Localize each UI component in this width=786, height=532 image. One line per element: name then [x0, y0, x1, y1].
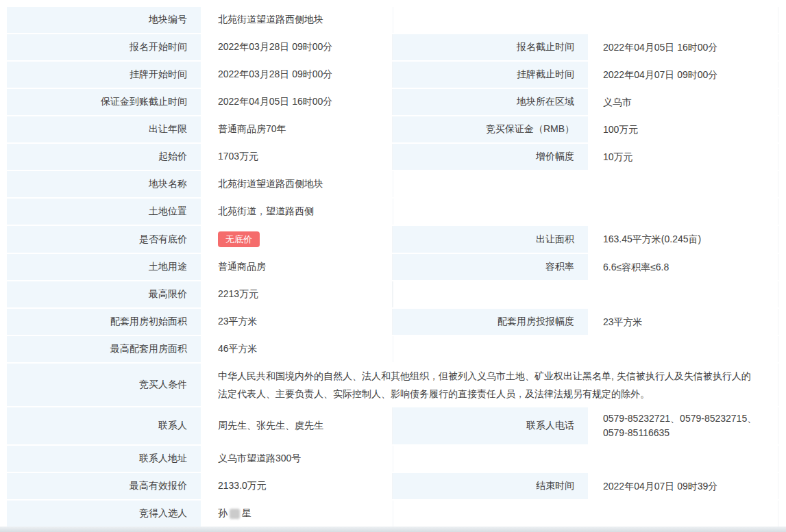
field-label: 竞得入选人: [7, 501, 201, 527]
field-value: 北苑街道望道路西侧地块: [201, 7, 778, 33]
field-label: 是否有底价: [7, 226, 201, 253]
field-label: 联系人地址: [7, 446, 201, 472]
field-label: 挂牌截止时间: [393, 62, 588, 88]
page-bottom-edge: [0, 527, 786, 532]
row-plot-number: 地块编号 北苑街道望道路西侧地块: [7, 7, 778, 33]
field-value: 23平方米: [201, 309, 393, 335]
field-label: 出让面积: [393, 226, 588, 253]
field-value: 100万元: [588, 116, 778, 142]
field-value: 2022年04月05日 16时00分: [201, 89, 393, 115]
field-value: 2022年04月05日 16时00分: [588, 34, 778, 60]
field-value: 2022年04月07日 09时00分: [588, 62, 778, 88]
field-value: 义乌市: [588, 89, 778, 115]
field-value: 10万元: [588, 144, 778, 170]
field-value: 46平方米: [201, 336, 778, 362]
field-value: 北苑街道望道路西侧地块: [201, 171, 778, 197]
field-value: 普通商品房70年: [201, 116, 393, 142]
field-value: 1703万元: [201, 144, 393, 170]
row-starting-price: 起始价 1703万元 增价幅度 10万元: [7, 144, 778, 170]
field-label: 竞买人条件: [7, 364, 201, 406]
winner-name-suffix: 星: [242, 507, 251, 520]
field-value: 北苑街道，望道路西侧: [201, 199, 778, 225]
empty-cell: [393, 281, 588, 307]
field-value: 义乌市望道路300号: [201, 446, 778, 472]
row-land-location: 土地位置 北苑街道，望道路西侧: [7, 199, 778, 225]
row-max-price-limit: 最高限价 2213万元: [7, 281, 778, 307]
field-value: 无底价: [201, 226, 393, 253]
no-reserve-price-badge: 无底价: [218, 231, 260, 247]
row-reserve-price: 是否有底价 无底价 出让面积 163.45平方米(0.245亩): [7, 226, 778, 253]
field-label: 保证金到账截止时间: [7, 89, 201, 115]
field-label: 土地用途: [7, 254, 201, 280]
row-signup-start: 报名开始时间 2022年03月28日 09时00分 报名截止时间 2022年04…: [7, 34, 778, 60]
field-value: 0579-85232721、0579-85232715、0579-8511663…: [588, 407, 778, 444]
field-label: 挂牌开始时间: [7, 62, 201, 88]
field-value: 2022年04月07日 09时39分: [588, 473, 778, 499]
field-value: 孙 星: [201, 501, 778, 527]
empty-cell: [588, 281, 778, 307]
field-value: 163.45平方米(0.245亩): [588, 226, 778, 253]
field-label: 出让年限: [7, 116, 201, 142]
field-value: 2213万元: [201, 281, 393, 307]
field-label: 起始价: [7, 144, 201, 170]
field-label: 配套用房投报幅度: [393, 309, 588, 335]
land-parcel-detail-table: 地块编号 北苑街道望道路西侧地块 报名开始时间 2022年03月28日 09时0…: [7, 7, 778, 528]
field-value: 2133.0万元: [201, 473, 393, 499]
field-label: 报名开始时间: [7, 34, 201, 60]
field-label: 地块所在区域: [393, 89, 588, 115]
row-plot-name: 地块名称 北苑街道望道路西侧地块: [7, 171, 778, 197]
row-deposit-deadline: 保证金到账截止时间 2022年04月05日 16时00分 地块所在区域 义乌市: [7, 89, 778, 115]
field-label: 联系人电话: [393, 407, 588, 444]
field-label: 结束时间: [393, 473, 588, 499]
field-value: 周先生、张先生、虞先生: [201, 407, 393, 444]
field-value: 2022年03月28日 09时00分: [201, 62, 393, 88]
row-grant-term: 出让年限 普通商品房70年 竞买保证金（RMB） 100万元: [7, 116, 778, 142]
field-label: 地块编号: [7, 7, 201, 33]
row-highest-valid-bid: 最高有效报价 2133.0万元 结束时间 2022年04月07日 09时39分: [7, 473, 778, 499]
field-label: 配套用房初始面积: [7, 309, 201, 335]
row-contact-address: 联系人地址 义乌市望道路300号: [7, 446, 778, 472]
row-contact-person: 联系人 周先生、张先生、虞先生 联系人电话 0579-85232721、0579…: [7, 407, 778, 444]
field-label: 报名截止时间: [393, 34, 588, 60]
field-label: 土地位置: [7, 199, 201, 225]
field-value: 普通商品房: [201, 254, 393, 280]
censored-character-blur: [230, 509, 240, 519]
field-label: 地块名称: [7, 171, 201, 197]
winner-name-prefix: 孙: [218, 507, 228, 520]
field-value: 23平方米: [588, 309, 778, 335]
field-value: 2022年03月28日 09时00分: [201, 34, 393, 60]
field-label: 最高限价: [7, 281, 201, 307]
row-max-ancillary-area: 最高配套用房面积 46平方米: [7, 336, 778, 362]
row-bidder-conditions: 竞买人条件 中华人民共和国境内外的自然人、法人和其他组织，但被列入义乌市土地、矿…: [7, 364, 778, 406]
field-value: 6.6≤容积率≤6.8: [588, 254, 778, 280]
field-label: 容积率: [393, 254, 588, 280]
row-ancillary-initial-area: 配套用房初始面积 23平方米 配套用房投报幅度 23平方米: [7, 309, 778, 335]
row-winning-bidder: 竞得入选人 孙 星: [7, 501, 778, 527]
row-land-use: 土地用途 普通商品房 容积率 6.6≤容积率≤6.8: [7, 254, 778, 280]
field-label: 竞买保证金（RMB）: [393, 116, 588, 142]
field-value: 中华人民共和国境内外的自然人、法人和其他组织，但被列入义乌市土地、矿业权出让黑名…: [201, 364, 778, 406]
field-label: 增价幅度: [393, 144, 588, 170]
field-label: 联系人: [7, 407, 201, 444]
field-label: 最高有效报价: [7, 473, 201, 499]
field-label: 最高配套用房面积: [7, 336, 201, 362]
row-listing-start: 挂牌开始时间 2022年03月28日 09时00分 挂牌截止时间 2022年04…: [7, 62, 778, 88]
